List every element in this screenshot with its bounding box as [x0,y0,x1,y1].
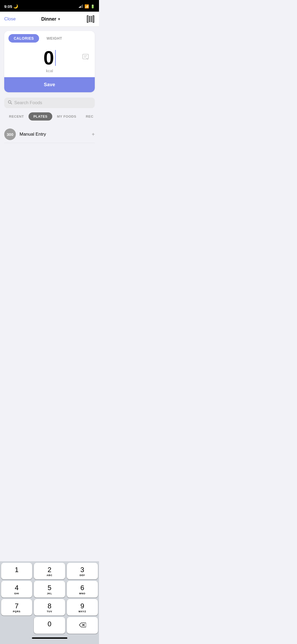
cursor-line [55,50,56,66]
svg-rect-4 [91,16,92,22]
signal-icon [79,5,83,8]
badge-value: 300 [7,132,13,137]
moon-icon: 🌙 [13,4,18,9]
nav-title: Dinner ▼ [41,16,61,22]
search-icon [8,100,12,105]
filter-tabs: RECENT PLATES MY FOODS REC [4,112,95,124]
svg-rect-5 [93,16,93,22]
item-label: Manual Entry [20,132,88,137]
calorie-input-row: 0 [4,46,95,68]
item-badge: 300 [4,128,16,140]
status-bar: 9:05 🌙 📶 🔋 [0,0,99,12]
barcode-icon[interactable] [86,15,95,23]
svg-rect-14 [94,21,94,23]
tab-my-foods[interactable]: MY FOODS [52,112,81,121]
svg-rect-1 [88,16,89,22]
close-button[interactable]: Close [4,16,16,22]
search-container: Search Foods [4,98,95,112]
svg-rect-3 [90,16,91,22]
status-icons: 📶 🔋 [79,4,95,8]
notes-icon[interactable] [82,54,89,62]
tab-recipes[interactable]: REC [81,112,95,121]
main-content: CALORIES WEIGHT 0 kcal Save [0,27,99,147]
calories-tab[interactable]: CALORIES [8,34,39,43]
svg-rect-9 [87,15,87,17]
meal-title: Dinner [41,16,56,22]
svg-line-19 [11,103,12,104]
weight-tab[interactable]: WEIGHT [41,34,67,43]
save-button[interactable]: Save [4,77,95,92]
tab-row: CALORIES WEIGHT [4,31,95,46]
tab-recent[interactable]: RECENT [4,112,29,121]
calories-card: CALORIES WEIGHT 0 kcal Save [4,31,95,92]
svg-rect-15 [83,54,88,59]
kcal-label: kcal [4,68,95,77]
search-placeholder: Search Foods [14,100,42,105]
svg-rect-13 [94,15,94,17]
wifi-icon: 📶 [84,4,89,8]
add-icon[interactable]: + [92,131,95,137]
search-bar[interactable]: Search Foods [4,98,95,108]
status-time: 9:05 🌙 [4,4,18,9]
list-section: 300 Manual Entry + [4,124,95,143]
svg-rect-2 [89,16,90,22]
calorie-value: 0 [43,48,54,67]
battery-icon: 🔋 [91,4,95,8]
time-label: 9:05 [4,4,12,9]
nav-header: Close Dinner ▼ [0,12,99,27]
dropdown-chevron-icon[interactable]: ▼ [57,17,61,21]
calorie-value-wrapper: 0 [43,48,55,67]
tab-plates[interactable]: PLATES [29,112,52,121]
svg-rect-10 [87,21,87,23]
list-item: 300 Manual Entry + [4,126,95,143]
